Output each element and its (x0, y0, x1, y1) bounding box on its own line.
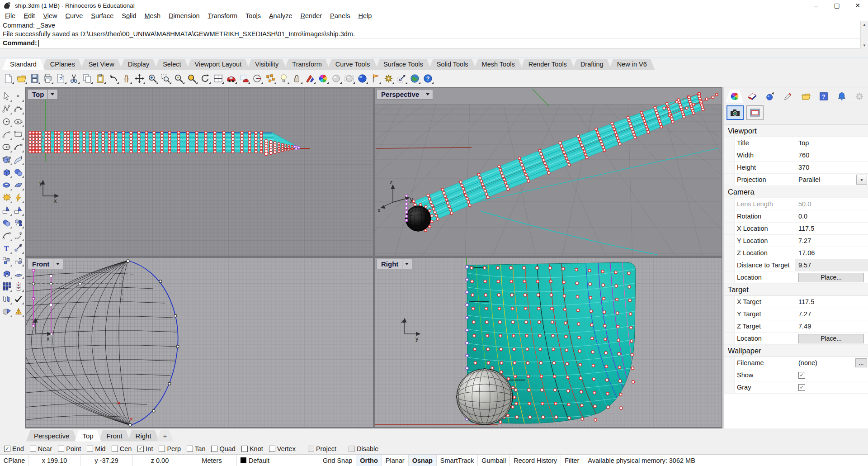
toolbar-tab-solid-tools[interactable]: Solid Tools (429, 59, 476, 70)
statusbar-toggle-osnap[interactable]: Osnap (409, 455, 437, 466)
menu-surface[interactable]: Surface (87, 11, 118, 21)
menu-tools[interactable]: Tools (241, 11, 265, 21)
viewport-title-top[interactable]: Top (28, 89, 58, 100)
osnap-mid[interactable]: Mid (87, 445, 105, 452)
property-value[interactable]: 7.27 (798, 310, 811, 318)
panel-tab-libraries[interactable] (797, 90, 815, 103)
curve-interp-icon[interactable] (13, 104, 24, 114)
flag-icon[interactable] (369, 72, 382, 85)
browse-button[interactable]: ... (855, 358, 867, 367)
surface-points-icon[interactable] (1, 154, 12, 165)
toolbar-tab-new-in-v6[interactable]: New in V6 (609, 59, 655, 70)
property-value[interactable]: Top (798, 139, 809, 147)
osnap-point[interactable]: Point (58, 445, 81, 452)
viewport-title-front[interactable]: Front (28, 259, 63, 269)
viewport-menu-arrow-icon[interactable] (405, 263, 409, 265)
menu-solid[interactable]: Solid (118, 11, 140, 21)
viewport-tab-perspective[interactable]: Perspective (26, 430, 77, 442)
property-value[interactable]: 370 (798, 164, 809, 171)
circle-icon[interactable] (1, 116, 12, 127)
checkbox[interactable] (87, 446, 93, 452)
earth-icon[interactable] (409, 72, 421, 85)
checkbox[interactable] (349, 446, 355, 452)
toolbar-tab-standard[interactable]: Standard (2, 59, 45, 70)
viewport-right[interactable]: zyRight (375, 258, 722, 427)
color-wheel-icon[interactable] (317, 72, 329, 85)
lamp-icon[interactable] (278, 72, 290, 85)
add-viewport-tab[interactable]: + (157, 430, 174, 442)
chamfer-icon[interactable] (13, 205, 24, 216)
checkbox[interactable] (187, 446, 193, 452)
boolean-union-icon[interactable] (1, 218, 12, 228)
command-input[interactable]: Command: (0, 38, 860, 48)
toolbar-tab-display[interactable]: Display (120, 59, 158, 70)
toolbar-tab-drafting[interactable]: Drafting (572, 59, 612, 70)
statusbar-toggle-filter[interactable]: Filter (561, 455, 583, 466)
pyramid-icon[interactable] (13, 306, 24, 317)
statusbar-toggle-ortho[interactable]: Ortho (356, 455, 382, 466)
osnap-near[interactable]: Near (30, 445, 52, 452)
statusbar-toggle-smarttrack[interactable]: SmartTrack (437, 455, 478, 466)
polyline-icon[interactable] (1, 104, 12, 114)
torus-icon[interactable] (1, 180, 12, 190)
viewport-front[interactable]: zxFront (26, 258, 373, 427)
checkbox[interactable]: ✓ (4, 446, 10, 452)
viewport-menu-arrow-icon[interactable] (51, 93, 54, 95)
dropdown-arrow-icon[interactable]: ▾ (856, 175, 867, 185)
solid-edge-icon[interactable] (1, 268, 12, 279)
viewport-title-right[interactable]: Right (377, 259, 412, 269)
menu-mesh[interactable]: Mesh (141, 11, 165, 21)
statusbar-layer[interactable]: Default (237, 455, 319, 466)
checkbox[interactable] (211, 446, 217, 452)
osnap-cen[interactable]: Cen (112, 445, 132, 452)
osnap-project[interactable]: Project (308, 445, 336, 452)
explode-icon[interactable] (1, 192, 12, 203)
viewport-top[interactable]: yxTop (26, 88, 373, 256)
command-scrollbar[interactable]: ▲ ▼ (860, 21, 868, 49)
scroll-up-icon[interactable]: ▲ (863, 21, 866, 28)
wireframe-display-icon[interactable] (304, 72, 316, 85)
fillet-icon[interactable] (1, 205, 12, 216)
help-icon[interactable]: ? (422, 72, 434, 85)
toolbar-tab-visibility[interactable]: Visibility (247, 59, 287, 70)
panel-tab-layers[interactable] (744, 90, 762, 103)
viewport-tab-front[interactable]: Front (99, 430, 130, 442)
viewport-menu-arrow-icon[interactable] (56, 263, 60, 265)
ellipse-icon[interactable] (13, 116, 24, 127)
new-file-icon[interactable] (2, 72, 14, 85)
statusbar-toggle-record-history[interactable]: Record History (510, 455, 561, 466)
panel-tab-notifications[interactable] (833, 90, 851, 103)
menu-view[interactable]: View (39, 11, 61, 21)
panel-tab-materials[interactable] (779, 90, 797, 103)
menu-file[interactable]: File (1, 11, 19, 21)
undo-icon[interactable] (107, 72, 119, 85)
arc-icon[interactable] (1, 129, 12, 140)
check-icon[interactable] (13, 294, 24, 304)
text-tool-icon[interactable]: T (1, 243, 12, 254)
boolean-diff-icon[interactable] (1, 306, 12, 317)
viewport-tab-top[interactable]: Top (75, 430, 101, 442)
print-icon[interactable] (42, 72, 54, 85)
render-region-icon[interactable] (238, 72, 250, 85)
place-button[interactable]: Place... (798, 334, 864, 343)
pan-view-icon[interactable] (120, 72, 132, 85)
toolbar-tab-cplanes[interactable]: CPlanes (42, 59, 83, 70)
toolbar-tab-render-tools[interactable]: Render Tools (520, 59, 575, 70)
viewport-canvas[interactable]: zy (375, 258, 722, 427)
property-value[interactable]: 0.0 (798, 213, 807, 220)
menu-analyze[interactable]: Analyze (265, 11, 297, 21)
rotate-objects-icon[interactable] (13, 256, 24, 266)
lock-icon[interactable] (291, 72, 303, 85)
menu-transform[interactable]: Transform (204, 11, 242, 21)
property-value[interactable]: 117.5 (798, 225, 814, 232)
place-button[interactable]: Place... (798, 273, 864, 282)
point-icon[interactable] (13, 91, 24, 102)
menu-edit[interactable]: Edit (19, 11, 39, 21)
checkbox[interactable] (30, 446, 36, 452)
osnap-knot[interactable]: Knot (241, 445, 263, 452)
property-value[interactable]: 50.0 (798, 200, 811, 208)
statusbar-toggle-planar[interactable]: Planar (382, 455, 409, 466)
open-file-icon[interactable] (15, 72, 28, 85)
copy-objects-icon[interactable] (1, 256, 12, 266)
array-linear-icon[interactable] (13, 281, 24, 292)
